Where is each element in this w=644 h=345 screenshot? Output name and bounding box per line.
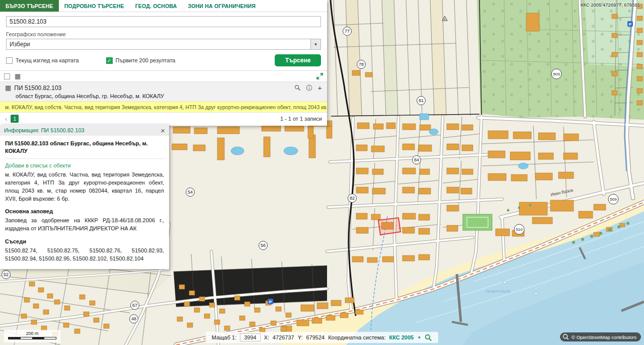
scale-bar bbox=[8, 337, 56, 339]
result-item[interactable]: ▦ ПИ 51500.82.103 + област Бургас, общин… bbox=[0, 81, 327, 102]
y-value: 679524 bbox=[306, 334, 325, 340]
neighbors-text: 51500.82.74, 51500.82.75, 51500.82.76, 5… bbox=[5, 247, 164, 263]
order-text: Заповед за одобрение на КККР РД-18-46/18… bbox=[5, 217, 164, 233]
status-bar: Мащаб 1: 3994 X: 4726737 Y: 679524 Коорд… bbox=[206, 332, 438, 343]
svg-text:67: 67 bbox=[132, 303, 137, 308]
attribution-text: © OpenStreetMap contributors bbox=[572, 334, 636, 340]
parcel-grid-icon: ▦ bbox=[5, 84, 11, 91]
svg-text:510: 510 bbox=[516, 227, 523, 232]
svg-text:509: 509 bbox=[610, 197, 617, 202]
openstreetmap-logo-icon bbox=[562, 333, 569, 340]
add-to-object-list-link[interactable]: Добави в списък с обекти bbox=[5, 162, 164, 168]
search-input[interactable] bbox=[6, 16, 321, 27]
parcel-title: ПИ 51500.82.103 област Бургас, община Не… bbox=[5, 140, 164, 159]
crs-select[interactable]: ККС 2005 bbox=[389, 334, 414, 340]
map-view-checkbox-label: Текущ изглед на картата bbox=[16, 57, 79, 63]
info-icon[interactable] bbox=[306, 84, 312, 91]
svg-text:56: 56 bbox=[261, 243, 266, 248]
svg-text:52: 52 bbox=[4, 272, 9, 277]
map-coordinate-readout: ККС 2005 4726977, 679591 bbox=[581, 2, 640, 8]
parking-icon: P bbox=[269, 300, 272, 304]
info-panel: Информация: ПИ 51500.82.103 × ПИ 51500.8… bbox=[0, 125, 169, 269]
app-root: 240367/742475 bbox=[0, 0, 644, 345]
search-controls-row: Текущ изглед на картата ✓ Първите 200 ре… bbox=[6, 54, 321, 66]
expand-results-icon[interactable] bbox=[316, 73, 323, 79]
scale-label: Мащаб 1: bbox=[212, 334, 236, 340]
map-view-checkbox[interactable] bbox=[6, 57, 13, 64]
result-title: ПИ 51500.82.103 bbox=[14, 84, 61, 92]
parcel-details: м. КОКАЛУ, вид собств. Частна, вид терит… bbox=[5, 171, 164, 203]
y-label: Y: bbox=[298, 334, 303, 340]
search-panel: БЪРЗО ТЪРСЕНЕ ПОДРОБНО ТЪРСЕНЕ ГЕОД. ОСН… bbox=[0, 0, 327, 126]
chevron-down-icon[interactable]: ▼ bbox=[310, 39, 320, 49]
map-stadium bbox=[463, 214, 492, 230]
osm-attribution[interactable]: © OpenStreetMap contributors bbox=[560, 332, 641, 341]
info-panel-title: Информация: ПИ 51500.82.103 bbox=[4, 127, 85, 133]
svg-text:54: 54 bbox=[188, 190, 193, 195]
previous-page-icon[interactable]: ‹ bbox=[5, 116, 7, 122]
selected-parcel-highlight[interactable] bbox=[378, 218, 400, 235]
svg-text:82: 82 bbox=[350, 196, 355, 201]
result-details-row[interactable]: м. КОКАЛУ, вид собств. Частна, вид терит… bbox=[0, 102, 327, 112]
results-toolbar: ▦ bbox=[0, 70, 327, 81]
tab-quick-search[interactable]: БЪРЗО ТЪРСЕНЕ bbox=[0, 0, 59, 12]
tab-detailed-search[interactable]: ПОДРОБНО ТЪРСЕНЕ bbox=[59, 0, 130, 12]
close-icon[interactable]: × bbox=[160, 127, 165, 134]
search-body: Географско положение Избери ▼ Текущ изгл… bbox=[0, 12, 327, 70]
scale-bar-widget: 200 m bbox=[4, 330, 60, 342]
add-to-list-icon[interactable]: + bbox=[317, 84, 322, 92]
sea-grid-label: 240367/742475 bbox=[486, 290, 510, 293]
x-value: 4726737 bbox=[273, 334, 294, 340]
coordinate-search-icon[interactable] bbox=[425, 334, 432, 341]
geo-location-label: Географско положение bbox=[6, 31, 321, 37]
first-200-checkbox-label: Първите 200 резултата bbox=[116, 57, 176, 63]
pagination-info: 1 - 1 от 1 записи bbox=[280, 116, 322, 122]
page-number-button[interactable]: 1 bbox=[11, 115, 19, 123]
tab-geodetic-basis[interactable]: ГЕОД. ОСНОВА bbox=[130, 0, 183, 12]
x-label: X: bbox=[264, 334, 269, 340]
geo-select-value: Избери bbox=[7, 41, 310, 48]
svg-text:81: 81 bbox=[419, 98, 424, 103]
zoom-to-result-icon[interactable] bbox=[294, 84, 301, 91]
parking-icon: P bbox=[629, 22, 632, 27]
geo-location-select[interactable]: Избери ▼ bbox=[6, 39, 321, 50]
first-200-checkbox[interactable]: ✓ bbox=[106, 57, 113, 64]
select-all-checkbox[interactable] bbox=[4, 73, 10, 79]
svg-text:77: 77 bbox=[345, 29, 350, 34]
tab-restriction-zones[interactable]: ЗОНИ НА ОГРАНИЧЕНИЯ bbox=[183, 0, 262, 12]
svg-text:48: 48 bbox=[131, 316, 136, 321]
search-tab-bar: БЪРЗО ТЪРСЕНЕ ПОДРОБНО ТЪРСЕНЕ ГЕОД. ОСН… bbox=[0, 0, 327, 12]
search-button[interactable]: Търсене bbox=[275, 54, 321, 66]
result-subtitle: област Бургас, община Несебър, гр. Несеб… bbox=[16, 93, 322, 99]
neighbors-heading: Съседи bbox=[5, 238, 164, 244]
chevron-down-icon[interactable]: ▼ bbox=[417, 335, 421, 340]
svg-text:78: 78 bbox=[359, 62, 364, 67]
svg-text:84: 84 bbox=[414, 157, 419, 162]
scale-value[interactable]: 3994 bbox=[240, 333, 260, 341]
scale-bar-label: 200 m bbox=[8, 331, 56, 336]
grid-icon: ▦ bbox=[15, 73, 21, 79]
crs-label: Координатна система: bbox=[328, 334, 385, 340]
svg-text:503: 503 bbox=[553, 72, 560, 76]
pagination: ‹ 1 1 - 1 от 1 записи bbox=[0, 112, 327, 126]
order-heading: Основна заповед bbox=[5, 208, 164, 214]
